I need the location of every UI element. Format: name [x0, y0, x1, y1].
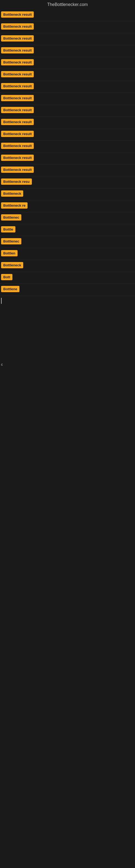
- list-item: Bottleneck result: [0, 69, 135, 81]
- list-item: Bottleneck result: [0, 105, 135, 117]
- list-item: Bottleneck result: [0, 129, 135, 141]
- bottleneck-tag[interactable]: Bottleneck result: [1, 143, 34, 149]
- bottleneck-tag[interactable]: Bottleneck result: [1, 35, 34, 41]
- bottleneck-tag[interactable]: Bottlene: [1, 286, 19, 292]
- bottleneck-tag[interactable]: Bottleneck result: [1, 23, 34, 30]
- bottom-space: [0, 368, 135, 531]
- list-item: Bottlenec: [0, 212, 135, 224]
- list-item: Bottleneck result: [0, 81, 135, 93]
- bottleneck-tag[interactable]: Bottleneck result: [1, 71, 34, 77]
- bottleneck-tag[interactable]: Bottleneck result: [1, 47, 34, 54]
- small-char-row: c: [0, 360, 135, 368]
- list-item: Bottleneck result: [0, 164, 135, 176]
- bottleneck-tag[interactable]: Bottleneck result: [1, 155, 34, 161]
- list-item: Bottlenec: [0, 236, 135, 248]
- list-item: Bottlene: [0, 284, 135, 296]
- list-item: Bottleneck: [0, 188, 135, 200]
- bottleneck-tag[interactable]: Bottleneck result: [1, 11, 34, 18]
- list-item: Bottleneck result: [0, 152, 135, 164]
- bottleneck-tag[interactable]: Bottleneck: [1, 262, 23, 268]
- small-char: c: [1, 362, 3, 367]
- list-item: Bottlen: [0, 248, 135, 260]
- bottleneck-tag[interactable]: Bottleneck result: [1, 166, 34, 173]
- list-item: Bottleneck result: [0, 117, 135, 129]
- bottleneck-tag[interactable]: Bottleneck result: [1, 131, 34, 137]
- list-item: Bott: [0, 272, 135, 284]
- bottleneck-tag[interactable]: Bottleneck result: [1, 107, 34, 113]
- bottleneck-tag[interactable]: Bottle: [1, 226, 15, 232]
- cursor-line: [1, 298, 2, 304]
- list-item: Bottleneck: [0, 260, 135, 272]
- list-item: Bottleneck result: [0, 45, 135, 57]
- rows-container: Bottleneck resultBottleneck resultBottle…: [0, 9, 135, 296]
- bottleneck-tag[interactable]: Bottleneck re: [1, 203, 28, 209]
- bottleneck-tag[interactable]: Bottleneck result: [1, 95, 34, 101]
- bottleneck-tag[interactable]: Bottleneck: [1, 190, 23, 197]
- list-item: Bottleneck resu: [0, 176, 135, 188]
- bottleneck-tag[interactable]: Bott: [1, 274, 12, 280]
- list-item: Bottleneck result: [0, 141, 135, 152]
- list-item: Bottleneck result: [0, 9, 135, 21]
- bottleneck-tag[interactable]: Bottlenec: [1, 238, 21, 244]
- list-item: Bottleneck re: [0, 200, 135, 212]
- bottleneck-tag[interactable]: Bottleneck result: [1, 83, 34, 89]
- bottleneck-tag[interactable]: Bottleneck result: [1, 119, 34, 125]
- bottleneck-tag[interactable]: Bottlen: [1, 250, 17, 256]
- list-item: Bottleneck result: [0, 33, 135, 45]
- site-title: TheBottlenecker.com: [0, 0, 135, 9]
- list-item: Bottleneck result: [0, 93, 135, 105]
- bottleneck-tag[interactable]: Bottleneck result: [1, 59, 34, 65]
- page-wrapper: TheBottlenecker.com Bottleneck resultBot…: [0, 0, 135, 868]
- list-item: Bottleneck result: [0, 21, 135, 33]
- empty-section: [0, 306, 135, 360]
- list-item: Bottleneck result: [0, 57, 135, 69]
- bottleneck-tag[interactable]: Bottlenec: [1, 214, 21, 220]
- bottleneck-tag[interactable]: Bottleneck resu: [1, 179, 32, 185]
- list-item: Bottle: [0, 224, 135, 236]
